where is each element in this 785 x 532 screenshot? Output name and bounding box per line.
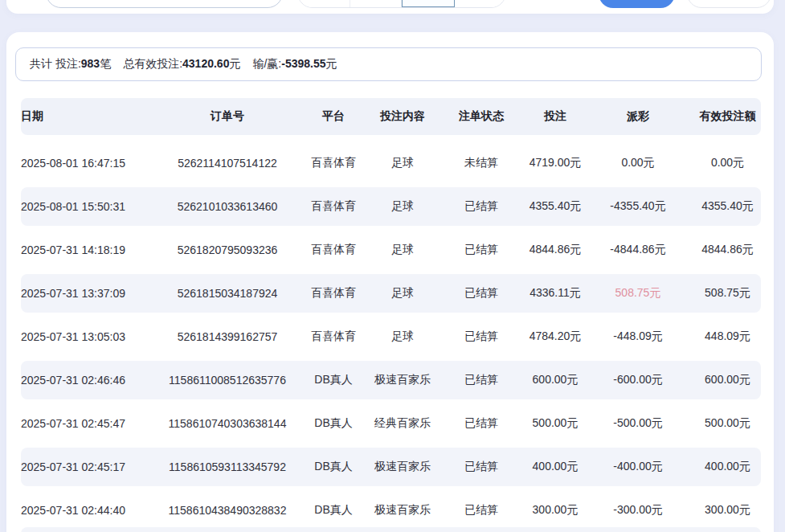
cell-date: 2025-07-31 14:18:19 [21, 243, 159, 256]
cell-payout: -500.00元 [582, 416, 694, 431]
cell-platform: DB真人 [296, 373, 371, 387]
cell-valid: 500.00元 [694, 416, 761, 431]
primary-action-button[interactable] [599, 0, 675, 8]
toolbar-segment-2[interactable] [350, 0, 403, 7]
cell-content: 极速百家乐 [371, 460, 434, 474]
column-header-content: 投注内容 [371, 109, 434, 124]
cell-platform: 百喜体育 [296, 156, 371, 170]
cell-date: 2025-07-31 13:05:03 [21, 330, 159, 343]
cell-order: 5262101033613460 [159, 200, 296, 213]
cell-payout: -600.00元 [582, 373, 694, 387]
summary-winloss-label: 输/赢: [252, 57, 281, 70]
cell-payout: -300.00元 [582, 503, 694, 518]
cell-date: 2025-07-31 02:46:46 [21, 374, 159, 387]
cell-status: 已结算 [434, 286, 529, 301]
search-input[interactable] [46, 0, 283, 8]
secondary-action-button[interactable] [687, 0, 771, 8]
table-row[interactable]: 2025-07-31 02:45:471158610740303638144DB… [21, 402, 761, 445]
cell-bet: 4784.20元 [529, 329, 582, 344]
cell-valid: 400.00元 [694, 460, 761, 474]
cell-bet: 400.00元 [529, 460, 582, 474]
toolbar-segment-3-selected[interactable] [402, 0, 455, 7]
cell-content: 足球 [371, 199, 434, 214]
cell-payout: 508.75元 [582, 286, 694, 301]
table-row[interactable]: 2025-07-31 14:18:195261820795093236百喜体育足… [21, 228, 761, 272]
column-header-bet: 投注 [529, 109, 582, 124]
cell-date: 2025-08-01 16:47:15 [21, 157, 159, 170]
cell-valid: 600.00元 [694, 373, 761, 387]
cell-order: 5261820795093236 [159, 243, 296, 256]
cell-valid: 0.00元 [694, 156, 761, 170]
cell-status: 已结算 [434, 416, 529, 431]
cell-order: 1158610740303638144 [159, 417, 296, 430]
cell-platform: DB真人 [296, 416, 371, 431]
cell-content: 足球 [371, 286, 434, 301]
summary-total-label: 共计 投注: [30, 57, 81, 70]
cell-date: 2025-07-31 02:44:40 [21, 504, 159, 517]
cell-platform: 百喜体育 [296, 243, 371, 257]
summary-bar: 共计 投注:983笔 总有效投注:43120.60元 输/赢:-5398.55元 [15, 47, 762, 81]
cell-status: 已结算 [434, 243, 529, 257]
cell-status: 已结算 [434, 373, 529, 387]
cell-valid: 300.00元 [694, 503, 761, 518]
cell-payout: -400.00元 [582, 460, 694, 474]
cell-content: 经典百家乐 [371, 416, 434, 431]
table-row[interactable]: 2025-07-31 02:45:171158610593113345792DB… [21, 445, 761, 489]
toolbar-segment-4[interactable] [455, 0, 506, 7]
table-row[interactable]: 2025-08-01 15:50:315262101033613460百喜体育足… [21, 185, 761, 228]
cell-bet: 600.00元 [529, 373, 582, 387]
cell-bet: 4719.00元 [529, 156, 582, 170]
cell-content: 足球 [371, 156, 434, 170]
summary-total-unit: 笔 [100, 57, 111, 70]
cell-platform: 百喜体育 [296, 329, 371, 344]
summary-winloss: 输/赢:-5398.55元 [252, 57, 337, 72]
cell-platform: 百喜体育 [296, 199, 371, 214]
column-header-status: 注单状态 [434, 109, 529, 124]
cell-content: 足球 [371, 243, 434, 257]
cell-payout: 0.00元 [582, 156, 694, 170]
cell-payout: -4355.40元 [582, 199, 694, 214]
cell-status: 未结算 [434, 156, 529, 170]
cell-payout: -448.09元 [582, 329, 694, 344]
cell-date: 2025-07-31 13:37:09 [21, 287, 159, 300]
summary-valid-bets: 总有效投注:43120.60元 [123, 57, 240, 72]
cell-platform: DB真人 [296, 460, 371, 474]
cell-platform: DB真人 [296, 503, 371, 518]
column-header-payout: 派彩 [582, 109, 694, 124]
table-header-row: 日期订单号平台投注内容注单状态投注派彩有效投注额 [21, 98, 761, 135]
cell-bet: 4355.40元 [529, 199, 582, 214]
summary-valid-unit: 元 [229, 57, 240, 70]
summary-winloss-amount: -5398.55 [281, 57, 325, 70]
table-row[interactable]: 2025-07-31 13:05:035261814399162757百喜体育足… [21, 315, 761, 358]
cell-status: 已结算 [434, 329, 529, 344]
table-row-partial[interactable] [21, 527, 761, 532]
column-header-order: 订单号 [159, 109, 296, 124]
table-row[interactable]: 2025-07-31 13:37:095261815034187924百喜体育足… [21, 272, 761, 315]
table-row[interactable]: 2025-08-01 16:47:155262114107514122百喜体育足… [21, 141, 761, 185]
cell-valid: 4844.86元 [694, 243, 761, 257]
cell-order: 5261815034187924 [159, 287, 296, 300]
summary-total-bets: 共计 投注:983笔 [30, 57, 111, 72]
cell-date: 2025-08-01 15:50:31 [21, 200, 159, 213]
cell-payout: -4844.86元 [582, 243, 694, 257]
toolbar-segment-1[interactable] [298, 0, 350, 7]
column-header-platform: 平台 [296, 109, 371, 124]
cell-valid: 448.09元 [694, 329, 761, 344]
summary-valid-label: 总有效投注: [123, 57, 182, 70]
cell-content: 足球 [371, 329, 434, 344]
cell-content: 极速百家乐 [371, 503, 434, 518]
cell-bet: 4336.11元 [529, 286, 582, 301]
cell-valid: 4355.40元 [694, 199, 761, 214]
table-row[interactable]: 2025-07-31 02:46:461158611008512635776DB… [21, 358, 761, 402]
table-row[interactable]: 2025-07-31 02:44:401158610438490328832DB… [21, 489, 761, 532]
summary-valid-amount: 43120.60 [182, 57, 229, 70]
cell-status: 已结算 [434, 503, 529, 518]
toolbar-segment-group [297, 0, 506, 8]
column-header-valid: 有效投注额 [694, 109, 761, 124]
cell-bet: 300.00元 [529, 503, 582, 518]
summary-total-count: 983 [81, 57, 100, 70]
page: 共计 投注:983笔 总有效投注:43120.60元 输/赢:-5398.55元… [0, 0, 785, 532]
cell-platform: 百喜体育 [296, 286, 371, 301]
cell-status: 已结算 [434, 460, 529, 474]
cell-content: 极速百家乐 [371, 373, 434, 387]
